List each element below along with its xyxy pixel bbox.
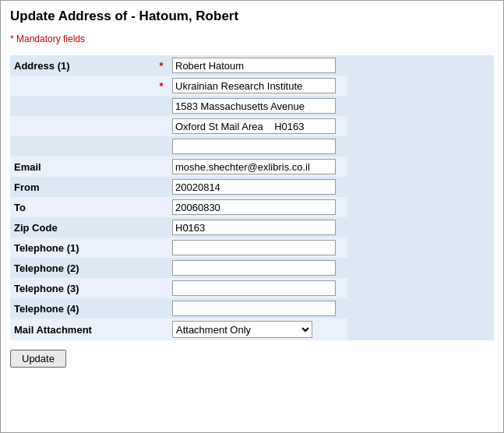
filler1 bbox=[347, 55, 494, 76]
zip-cell bbox=[168, 217, 347, 238]
to-row: To bbox=[10, 197, 494, 217]
address3-required-empty bbox=[154, 96, 168, 116]
to-cell bbox=[168, 197, 347, 217]
address-label: Address (1) bbox=[10, 55, 154, 76]
mail-attachment-cell: Attachment Only No Attachment Both bbox=[168, 319, 347, 340]
tel3-row: Telephone (3) bbox=[10, 278, 494, 298]
zip-required-empty bbox=[154, 217, 168, 238]
address3-cell bbox=[168, 96, 347, 116]
filler7 bbox=[347, 177, 494, 197]
form-table: Address (1) * * bbox=[10, 55, 494, 340]
address4-cell bbox=[168, 116, 347, 136]
filler9 bbox=[347, 217, 494, 238]
mail-attachment-select[interactable]: Attachment Only No Attachment Both bbox=[172, 321, 312, 338]
address2-row: * bbox=[10, 76, 494, 96]
from-row: From bbox=[10, 177, 494, 197]
zip-label: Zip Code bbox=[10, 217, 154, 238]
filler12 bbox=[347, 278, 494, 298]
filler4 bbox=[347, 116, 494, 136]
address5-input[interactable] bbox=[172, 139, 336, 154]
from-required-empty bbox=[154, 177, 168, 197]
address2-input[interactable] bbox=[172, 78, 336, 93]
address2-label-empty bbox=[10, 76, 154, 96]
filler10 bbox=[347, 238, 494, 258]
address5-row bbox=[10, 136, 494, 157]
tel3-required-empty bbox=[154, 278, 168, 298]
filler2 bbox=[347, 76, 494, 96]
tel2-row: Telephone (2) bbox=[10, 258, 494, 278]
button-row: Update bbox=[10, 350, 494, 368]
tel4-cell bbox=[168, 298, 347, 319]
to-required-empty bbox=[154, 197, 168, 217]
tel1-cell bbox=[168, 238, 347, 258]
tel2-input[interactable] bbox=[172, 260, 336, 276]
to-label: To bbox=[10, 197, 154, 217]
page-title: Update Address of - Hatoum, Robert bbox=[10, 9, 494, 27]
mail-attachment-row: Mail Attachment Attachment Only No Attac… bbox=[10, 319, 494, 340]
tel1-label: Telephone (1) bbox=[10, 238, 154, 258]
address2-cell bbox=[168, 76, 347, 96]
filler5 bbox=[347, 136, 494, 157]
address1-cell bbox=[168, 55, 347, 76]
from-cell bbox=[168, 177, 347, 197]
email-input[interactable] bbox=[172, 159, 336, 174]
to-input[interactable] bbox=[172, 199, 336, 215]
filler6 bbox=[347, 157, 494, 177]
tel2-required-empty bbox=[154, 258, 168, 278]
update-button[interactable]: Update bbox=[10, 350, 66, 368]
email-cell bbox=[168, 157, 347, 177]
mandatory-note: * Mandatory fields bbox=[10, 33, 494, 44]
address3-label-empty bbox=[10, 96, 154, 116]
email-row: Email bbox=[10, 157, 494, 177]
tel1-required-empty bbox=[154, 238, 168, 258]
tel2-cell bbox=[168, 258, 347, 278]
tel3-cell bbox=[168, 278, 347, 298]
address5-label-empty bbox=[10, 136, 154, 157]
address3-row bbox=[10, 96, 494, 116]
address4-input[interactable] bbox=[172, 118, 336, 134]
address4-row bbox=[10, 116, 494, 136]
mail-attachment-label: Mail Attachment bbox=[10, 319, 154, 340]
filler8 bbox=[347, 197, 494, 217]
filler11 bbox=[347, 258, 494, 278]
address4-required-empty bbox=[154, 116, 168, 136]
address1-required: * bbox=[154, 55, 168, 76]
from-label: From bbox=[10, 177, 154, 197]
page-wrapper: Update Address of - Hatoum, Robert * Man… bbox=[0, 0, 504, 433]
zip-input[interactable] bbox=[172, 220, 336, 235]
tel1-row: Telephone (1) bbox=[10, 238, 494, 258]
tel3-input[interactable] bbox=[172, 280, 336, 296]
tel3-label: Telephone (3) bbox=[10, 278, 154, 298]
address1-input[interactable] bbox=[172, 58, 336, 73]
email-required-empty bbox=[154, 157, 168, 177]
address1-row: Address (1) * bbox=[10, 55, 494, 76]
tel1-input[interactable] bbox=[172, 240, 336, 255]
tel4-label: Telephone (4) bbox=[10, 298, 154, 319]
filler14 bbox=[347, 319, 494, 340]
zip-row: Zip Code bbox=[10, 217, 494, 238]
address5-cell bbox=[168, 136, 347, 157]
address5-required-empty bbox=[154, 136, 168, 157]
from-input[interactable] bbox=[172, 179, 336, 195]
email-label: Email bbox=[10, 157, 154, 177]
tel4-required-empty bbox=[154, 298, 168, 319]
filler3 bbox=[347, 96, 494, 116]
tel4-input[interactable] bbox=[172, 301, 336, 316]
mail-required-empty bbox=[154, 319, 168, 340]
filler13 bbox=[347, 298, 494, 319]
tel4-row: Telephone (4) bbox=[10, 298, 494, 319]
address3-input[interactable] bbox=[172, 98, 336, 114]
address4-label-empty bbox=[10, 116, 154, 136]
address2-required: * bbox=[154, 76, 168, 96]
tel2-label: Telephone (2) bbox=[10, 258, 154, 278]
